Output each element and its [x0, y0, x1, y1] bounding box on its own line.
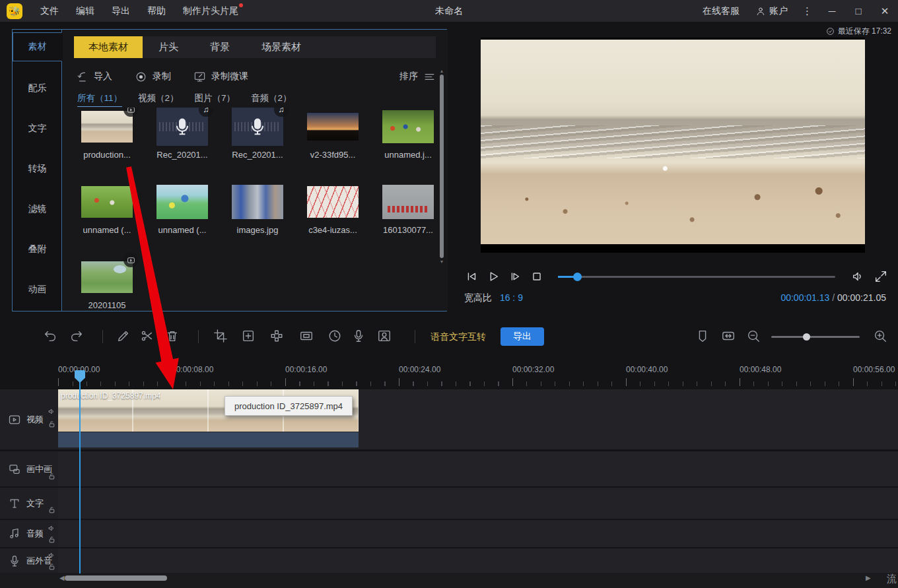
pip-track[interactable]: 画中画 — [0, 451, 898, 486]
media-item-rec2[interactable]: ♫ Rec_20201... — [232, 108, 283, 160]
sidebar-item-music[interactable]: 配乐 — [13, 74, 62, 103]
scroll-up-arrow[interactable]: ▲ — [439, 69, 444, 73]
mosaic-button[interactable] — [269, 329, 285, 344]
sidebar-item-text[interactable]: 文字 — [13, 114, 62, 143]
tab-intro[interactable]: 片头 — [143, 36, 194, 58]
track-lock-toggle[interactable] — [48, 505, 57, 514]
play-button[interactable] — [484, 267, 502, 286]
edit-button[interactable] — [116, 329, 132, 344]
sidebar-item-media[interactable]: 素材 — [13, 32, 62, 61]
account-button[interactable]: 账户 — [747, 0, 796, 22]
record-lesson-button[interactable]: 录制微课 — [193, 71, 248, 83]
track-mute-toggle[interactable] — [48, 550, 57, 560]
stop-button[interactable] — [528, 267, 546, 286]
scroll-right-arrow[interactable]: ▶ — [866, 574, 871, 581]
sidebar-item-transition[interactable]: 转场 — [13, 154, 62, 183]
media-item-1601[interactable]: 160130077... — [382, 183, 434, 235]
duration-button[interactable] — [328, 329, 343, 344]
menu-help[interactable]: 帮助 — [139, 0, 174, 22]
menu-export[interactable]: 导出 — [103, 0, 139, 22]
export-button[interactable]: 导出 — [501, 327, 544, 346]
redo-button[interactable] — [69, 329, 85, 344]
sidebar-item-overlay[interactable]: 叠附 — [13, 235, 62, 264]
media-item-production[interactable]: production... — [81, 108, 133, 160]
media-grid-scrollbar[interactable]: ▲ ▼ — [440, 69, 444, 264]
filter-image[interactable]: 图片（7） — [195, 92, 236, 107]
import-button[interactable]: 导入 — [76, 71, 112, 83]
scrollbar-thumb[interactable] — [440, 75, 444, 258]
fullscreen-button[interactable] — [872, 267, 890, 286]
media-item-label: Rec_20201... — [156, 150, 208, 160]
track-mute-toggle[interactable] — [48, 407, 57, 416]
delete-button[interactable] — [165, 329, 181, 344]
streamers-image-thumbnail — [307, 186, 359, 218]
overlay-border-button[interactable] — [299, 329, 315, 344]
timeline-zoom-slider[interactable] — [771, 336, 860, 338]
sidebar-item-animation[interactable]: 动画 — [13, 275, 62, 304]
voiceover-button[interactable] — [351, 329, 367, 344]
marker-button[interactable] — [695, 329, 711, 344]
undo-button[interactable] — [43, 329, 59, 344]
zoom-slider-handle[interactable] — [803, 333, 810, 341]
timeline-zoom-in-button[interactable] — [873, 329, 889, 344]
media-item-rec1[interactable]: ♫ Rec_20201... — [156, 108, 208, 160]
playhead-line[interactable] — [79, 371, 81, 573]
minimize-button[interactable]: ─ — [819, 0, 845, 22]
filter-audio[interactable]: 音频（2） — [251, 92, 292, 107]
seek-handle[interactable] — [573, 273, 582, 281]
close-button[interactable]: ✕ — [872, 0, 898, 22]
track-lock-toggle[interactable] — [48, 471, 57, 480]
audio-track[interactable]: 音频 — [0, 520, 898, 547]
media-item-20201105[interactable]: 20201105 — [81, 258, 133, 310]
maximize-button[interactable]: □ — [845, 0, 872, 22]
media-item-label: Rec_20201... — [232, 150, 283, 160]
track-lock-toggle[interactable] — [48, 562, 57, 571]
previous-frame-button[interactable] — [462, 267, 481, 286]
media-item-unnamedj[interactable]: unnamed.j... — [382, 108, 434, 160]
volume-button[interactable] — [849, 267, 868, 286]
media-item-unnamed1[interactable]: unnamed (... — [81, 183, 133, 235]
tab-background[interactable]: 背景 — [194, 36, 246, 58]
timeline-hscrollbar[interactable]: ◀ ▶ 流 — [0, 573, 898, 588]
person-icon — [755, 6, 766, 16]
media-panel: 素材 配乐 文字 转场 滤镜 叠附 动画 本地素材 片头 背景 场景素材 导入 — [12, 29, 447, 311]
track-lock-toggle[interactable] — [48, 535, 57, 544]
crop-button[interactable] — [213, 329, 229, 344]
audio-track-header: 音频 — [0, 520, 58, 547]
speech-text-convert-button[interactable]: 语音文字互转 — [431, 331, 486, 343]
menu-edit[interactable]: 编辑 — [67, 0, 103, 22]
tab-scene-material[interactable]: 场景素材 — [246, 36, 317, 58]
chroma-key-button[interactable] — [377, 329, 393, 344]
sidebar-item-filter[interactable]: 滤镜 — [13, 195, 62, 224]
hscrollbar-thumb[interactable] — [65, 575, 167, 581]
next-frame-button[interactable] — [506, 267, 524, 286]
split-button[interactable] — [140, 329, 156, 344]
media-item-unnamed2[interactable]: unnamed (... — [156, 183, 208, 235]
aspect-ratio-value[interactable]: 16 : 9 — [500, 292, 523, 303]
seek-slider[interactable] — [558, 276, 835, 278]
fit-timeline-button[interactable] — [721, 329, 737, 344]
video-track[interactable]: 视频 production ID_3725897.mp4 — [0, 389, 898, 449]
timeline-zoom-out-button[interactable] — [746, 329, 762, 344]
timeline-ruler[interactable]: 00:00:00.00 00:00:08.00 00:00:16.00 00:0… — [0, 360, 898, 389]
app-logo-icon[interactable]: 🐝 — [7, 3, 22, 19]
tab-local-media[interactable]: 本地素材 — [74, 36, 143, 58]
menu-intro-outro[interactable]: 制作片头片尾 — [174, 0, 247, 22]
zoom-clip-button[interactable] — [241, 329, 257, 344]
scroll-down-arrow[interactable]: ▼ — [439, 260, 444, 264]
media-item-c3e4[interactable]: c3e4-iuzas... — [307, 183, 359, 235]
voiceover-track[interactable]: 画外音 — [0, 548, 898, 573]
scroll-left-arrow[interactable]: ◀ — [59, 574, 65, 581]
filter-video[interactable]: 视频（2） — [138, 92, 179, 107]
media-item-images[interactable]: images.jpg — [232, 183, 283, 235]
menu-file[interactable]: 文件 — [32, 0, 67, 22]
filter-all[interactable]: 所有（11） — [77, 92, 122, 107]
online-support-button[interactable]: 在线客服 — [695, 0, 747, 22]
record-button[interactable]: 录制 — [135, 71, 171, 83]
more-menu-button[interactable]: ⋮ — [796, 5, 819, 17]
track-lock-toggle[interactable] — [48, 419, 57, 428]
sort-button[interactable]: 排序 — [399, 71, 436, 83]
media-item-v2[interactable]: v2-33fd95... — [307, 108, 359, 160]
text-track[interactable]: 文字 — [0, 488, 898, 519]
track-mute-toggle[interactable] — [48, 523, 57, 533]
